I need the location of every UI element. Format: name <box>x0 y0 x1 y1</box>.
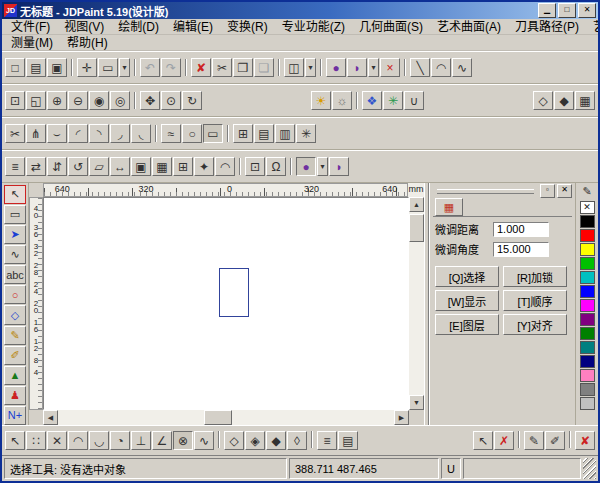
pen-lock-button[interactable]: ✐ <box>545 431 565 450</box>
scroll-up-button[interactable]: ▲ <box>409 197 424 212</box>
exit-tool-button[interactable]: ✘ <box>575 431 595 450</box>
menu-draw[interactable]: 绘制(D) <box>111 20 166 34</box>
panel-grip[interactable] <box>437 189 534 194</box>
layer-view-button[interactable]: ▤ <box>338 431 358 450</box>
zoom-window-button[interactable]: ⊡ <box>5 91 25 110</box>
swatch-yellow[interactable] <box>580 243 595 256</box>
curve-draw-tool[interactable]: ∿ <box>4 245 26 264</box>
pan-view-button[interactable]: ✥ <box>140 91 160 110</box>
swatch-silver[interactable] <box>580 397 595 410</box>
marquee-select-button[interactable]: ▭ <box>98 58 118 77</box>
swatch-red[interactable] <box>580 229 595 242</box>
art-shape-button[interactable]: ◗ <box>347 58 367 77</box>
menu-help[interactable]: 帮助(H) <box>60 36 115 50</box>
swatch-cyan[interactable] <box>580 271 595 284</box>
horizontal-scrollbar[interactable]: ◀ ▶ <box>43 410 409 425</box>
resize-grip[interactable] <box>583 458 596 479</box>
weld-shapes-button[interactable]: ≡ <box>5 157 25 176</box>
array-row-button[interactable]: ▤ <box>254 124 274 143</box>
pan-cross-button[interactable]: ✛ <box>77 58 97 77</box>
swatch-blue[interactable] <box>580 285 595 298</box>
draw-plane-free-button[interactable]: ◊ <box>287 431 307 450</box>
snap-perpendicular-button[interactable]: ⊥ <box>131 431 151 450</box>
dock-restore-button[interactable]: ▫ <box>540 184 555 198</box>
scroll-down-button[interactable]: ▼ <box>409 395 424 410</box>
pen-snap-button[interactable]: ✎ <box>524 431 544 450</box>
magnet-snap-button[interactable]: Ω <box>266 157 286 176</box>
refresh-view-button[interactable]: ↻ <box>182 91 202 110</box>
swatch-dark-green[interactable] <box>580 327 595 340</box>
zoom-dynamic-button[interactable]: ◱ <box>26 91 46 110</box>
curve-tool-button[interactable]: ∿ <box>452 58 472 77</box>
break-point-button[interactable]: ⋔ <box>26 124 46 143</box>
line-tool-button[interactable]: ╲ <box>410 58 430 77</box>
array-rotate-button[interactable]: ✳ <box>296 124 316 143</box>
swatch-navy[interactable] <box>580 355 595 368</box>
snap-quadrant-button[interactable]: ◔ <box>110 431 130 450</box>
paste-button[interactable]: ❏ <box>254 58 274 77</box>
cut-button[interactable]: ✂ <box>212 58 232 77</box>
clear-art-button[interactable]: × <box>380 58 400 77</box>
offset-curve-button[interactable]: ≈ <box>161 124 181 143</box>
pick-filter-off-button[interactable]: ✗ <box>494 431 514 450</box>
mesh-deform-button[interactable]: ⊞ <box>173 157 193 176</box>
snap-grid-toggle-button[interactable]: ⊡ <box>245 157 265 176</box>
swatch-gray[interactable] <box>580 383 595 396</box>
cone-3d-tool[interactable]: ▲ <box>4 366 26 385</box>
hide-object-button[interactable]: ◎ <box>110 91 130 110</box>
draw-plane-yz-button[interactable]: ◆ <box>266 431 286 450</box>
menu-measure[interactable]: 测量(M) <box>4 36 60 50</box>
knife-tool[interactable]: ✐ <box>4 346 26 365</box>
smooth-corner-button[interactable]: ◟ <box>131 124 151 143</box>
swatch-green[interactable] <box>580 257 595 270</box>
tile-windows-dropdown[interactable]: ▾ <box>305 58 316 77</box>
minimize-button[interactable]: ▁ <box>538 3 556 18</box>
snap-grid-point-button[interactable]: ∷ <box>26 431 46 450</box>
save-file-button[interactable]: ▣ <box>47 58 67 77</box>
stack-order-button[interactable]: ≡ <box>317 431 337 450</box>
sharp-corner-button[interactable]: ◞ <box>110 124 130 143</box>
close-button[interactable]: ✕ <box>578 3 596 18</box>
ungroup-button[interactable]: ✳ <box>383 91 403 110</box>
snap-disable-button[interactable]: ⊗ <box>173 431 193 450</box>
normal-plus-tool[interactable]: N+ <box>4 406 26 425</box>
snap-intersection-button[interactable]: ✕ <box>47 431 67 450</box>
art-blob-button[interactable]: ● <box>296 157 316 176</box>
nudge-distance-input[interactable] <box>493 222 549 237</box>
stretch-shape-button[interactable]: ↔ <box>110 157 130 176</box>
new-file-button[interactable]: □ <box>5 58 25 77</box>
array-column-button[interactable]: ▥ <box>275 124 295 143</box>
polygon-tool[interactable]: ◇ <box>4 305 26 324</box>
display-button[interactable]: [W]显示 <box>435 290 499 311</box>
draw-plane-xy-button[interactable]: ◇ <box>224 431 244 450</box>
drawing-canvas[interactable] <box>43 197 409 410</box>
menu-art-surface[interactable]: 艺术曲面(A) <box>430 20 508 34</box>
swatch-black[interactable] <box>580 215 595 228</box>
no-color-swatch[interactable]: ✕ <box>580 201 595 214</box>
draw-plane-xz-button[interactable]: ◈ <box>245 431 265 450</box>
shaded-view-button[interactable]: ◆ <box>554 91 574 110</box>
zoom-out-button[interactable]: ⊖ <box>68 91 88 110</box>
open-file-button[interactable]: ▤ <box>26 58 46 77</box>
order-button[interactable]: [T]顺序 <box>503 290 567 311</box>
menu-edit[interactable]: 编辑(E) <box>166 20 220 34</box>
node-pin-tool[interactable]: ♟ <box>4 386 26 405</box>
delete-button[interactable]: ✘ <box>191 58 211 77</box>
fillet-corner-button[interactable]: ◜ <box>68 124 88 143</box>
outline-shape-button[interactable]: ▣ <box>131 157 151 176</box>
redo-button[interactable]: ↷ <box>161 58 181 77</box>
menu-transform[interactable]: 变换(R) <box>220 20 275 34</box>
show-object-button[interactable]: ◉ <box>89 91 109 110</box>
scroll-left-button[interactable]: ◀ <box>43 410 58 425</box>
text-tool[interactable]: abc <box>4 265 26 284</box>
skew-shape-button[interactable]: ▱ <box>89 157 109 176</box>
select-tool[interactable]: ↖ <box>4 185 26 204</box>
chamfer-corner-button[interactable]: ◝ <box>89 124 109 143</box>
arc-tool-button[interactable]: ◠ <box>431 58 451 77</box>
swatch-pink[interactable] <box>580 369 595 382</box>
zoom-in-button[interactable]: ⊕ <box>47 91 67 110</box>
panel-tab-properties[interactable]: ▦ <box>435 198 463 216</box>
zoom-actual-button[interactable]: ⊙ <box>161 91 181 110</box>
group-button[interactable]: ❖ <box>362 91 382 110</box>
layer-button[interactable]: [E]图层 <box>435 314 499 335</box>
